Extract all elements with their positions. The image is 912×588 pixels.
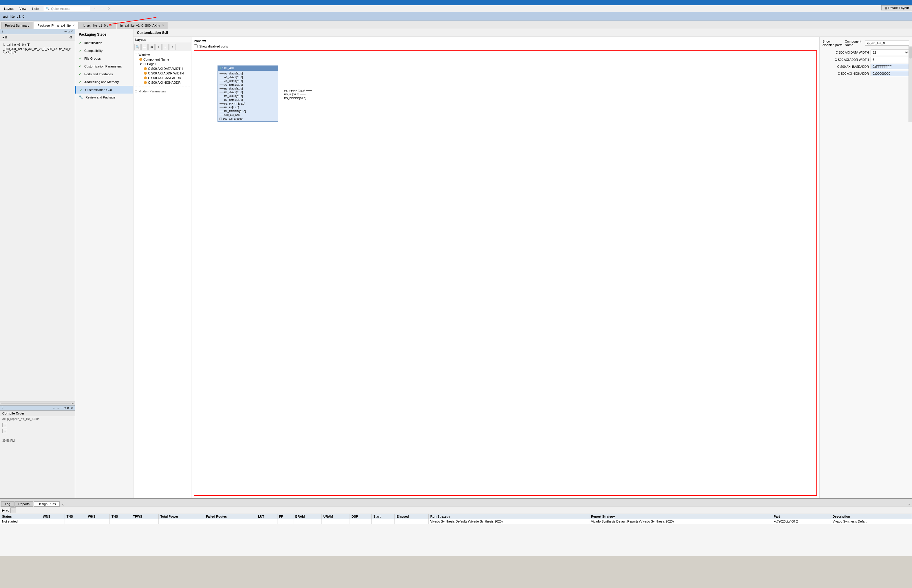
menu-help[interactable]: Help xyxy=(29,6,42,11)
tab-v1-0[interactable]: ip_axi_lite_v1_0.v ✕ xyxy=(79,22,116,29)
cell-description: Vivado Synthesis Defa... xyxy=(831,519,912,524)
left-bottom-settings[interactable]: ⚙ xyxy=(70,406,73,410)
tab-package-ip-close[interactable]: ✕ xyxy=(73,24,75,27)
file-item-1[interactable]: ip_axi_lite_v1_0.v (1) xyxy=(2,43,73,47)
toolbar-forward[interactable]: → xyxy=(99,6,105,11)
right-port-ddddd: PS_DDDDD[31:0] xyxy=(284,96,313,100)
cell-tpws xyxy=(131,519,159,524)
left-panel-close[interactable]: ✕ xyxy=(71,30,73,33)
layout-separator xyxy=(135,87,190,87)
cell-lut xyxy=(256,519,277,524)
port-s00-aresetn: s00_axi_aresetn xyxy=(220,117,276,121)
packaging-steps-panel: Packaging Steps ✓ Identification ✓ Compa… xyxy=(75,29,133,498)
settings-icon[interactable]: ⚙ xyxy=(69,36,73,39)
tab-project-summary[interactable]: Project Summary xyxy=(1,22,33,29)
step-check-identification: ✓ xyxy=(79,40,82,45)
prop-baseaddr-input[interactable] xyxy=(871,64,912,69)
step-cust-params[interactable]: ✓ Customization Parameters xyxy=(75,62,133,70)
col-part: Part xyxy=(772,514,831,519)
step-addressing-memory[interactable]: ✓ Addressing and Memory xyxy=(75,78,133,86)
toolbar-close[interactable]: ✕ xyxy=(106,6,112,11)
layout-btn-add[interactable]: + xyxy=(155,44,161,50)
cell-whs xyxy=(86,519,110,524)
prop-highaddr-input[interactable] xyxy=(871,71,912,76)
layout-btn-list[interactable]: ☰ xyxy=(141,44,148,50)
show-disabled-ports-checkbox[interactable] xyxy=(194,44,197,48)
cell-tns xyxy=(65,519,86,524)
bottom-panel: Log Reports Design Runs ✕ ? ▶ % + Status… xyxy=(0,498,912,556)
table-row: Not started Vivado Synthesis Default xyxy=(0,519,912,524)
right-port-label-ppppp: PS_PPPPP[31:0] xyxy=(284,89,305,92)
cell-dsp xyxy=(350,519,371,524)
tree-data-width[interactable]: C S00 AXI DATA WIDTH xyxy=(143,66,191,71)
left-bottom-forward[interactable]: → xyxy=(57,406,60,410)
left-panel-help[interactable]: ? xyxy=(2,30,3,33)
cell-part: xc7z020cig400-2 xyxy=(772,519,831,524)
port-label-6: B1_data1[31:0] xyxy=(224,90,243,94)
expand-item-2[interactable]: ··· xyxy=(2,429,73,433)
left-bottom-maximize[interactable]: □ xyxy=(64,406,66,410)
step-label-addressing: Addressing and Memory xyxy=(84,80,119,84)
default-layout-button[interactable]: ▦ Default Layout xyxy=(881,5,912,10)
bottom-tab-log[interactable]: Log xyxy=(1,501,14,507)
col-status: Status xyxy=(0,514,41,519)
bottom-add-btn[interactable]: + xyxy=(10,507,16,513)
quick-access-input[interactable]: 🔍 Quick Access xyxy=(44,6,90,11)
layout-btn-search[interactable]: 🔍 xyxy=(134,44,141,50)
layout-tree: ☐ Window Component Name ▼ ☐ xyxy=(134,51,191,498)
prop-data-width-select[interactable]: 32 xyxy=(871,50,909,55)
tab-s00-axi[interactable]: ip_axi_lite_v1_0_S00_AXI.v ✕ xyxy=(117,22,168,29)
preview-title: Preview xyxy=(194,39,817,43)
tab-package-ip[interactable]: Package IP - ip_axi_lite ✕ xyxy=(34,22,79,29)
step-cust-gui[interactable]: ✓ Customization GUI xyxy=(75,86,133,94)
port-square-icon xyxy=(220,118,222,120)
port-label-3: A3_data0[31:0] xyxy=(224,79,243,82)
left-bottom-close[interactable]: ✕ xyxy=(67,406,69,410)
bottom-tab-design-runs[interactable]: Design Runs xyxy=(34,501,60,507)
port-pl-iiii: PL_IIII[31:0] xyxy=(220,105,276,109)
right-ports: PS_PPPPP[31:0] PS_IIII[31:0] PS_DDDDD[31… xyxy=(284,89,313,100)
step-review-package[interactable]: 🔧 Review and Package xyxy=(75,94,133,101)
left-panel-maximize[interactable]: □ xyxy=(68,30,69,33)
bottom-help-icon[interactable]: ? xyxy=(908,503,911,507)
bottom-percent-btn[interactable]: % xyxy=(6,508,9,512)
bottom-tab-reports[interactable]: Reports xyxy=(15,501,33,507)
hidden-params[interactable]: ☐ Hidden Parameters xyxy=(134,89,191,94)
left-panel-minimize[interactable]: ─ xyxy=(65,30,66,33)
design-runs-table: Status WNS TNS WHS THS TPWS Total Power … xyxy=(0,514,912,524)
layout-btn-remove[interactable]: − xyxy=(162,44,169,50)
expand-item-1[interactable]: ··· xyxy=(2,423,73,427)
bottom-play-btn[interactable]: ▶ xyxy=(2,508,5,512)
layout-btn-add-group[interactable]: ⊕ xyxy=(148,44,155,50)
tab-v1-0-close[interactable]: ✕ xyxy=(110,24,112,27)
bottom-tab-close[interactable]: ✕ xyxy=(61,503,64,507)
cell-start xyxy=(371,519,394,524)
left-bottom-minimize[interactable]: ─ xyxy=(61,406,63,410)
step-check-addressing: ✓ xyxy=(79,80,82,84)
menu-view[interactable]: View xyxy=(16,6,29,11)
layout-btn-up[interactable]: ↑ xyxy=(169,44,176,50)
step-ports-interfaces[interactable]: ✓ Ports and Interfaces xyxy=(75,70,133,78)
left-bottom-back[interactable]: ← xyxy=(53,406,56,410)
prop-baseaddr-label: C S00 AXI BASEADDR xyxy=(823,65,869,68)
tree-component-name[interactable]: Component Name xyxy=(138,57,191,62)
left-bottom-help[interactable]: ? xyxy=(2,406,3,410)
tree-page0[interactable]: ▼ ☐ Page 0 xyxy=(138,62,191,66)
tree-window[interactable]: ☐ Window xyxy=(134,52,191,57)
toolbar-back[interactable]: ← xyxy=(92,6,98,11)
step-compatibility[interactable]: ✓ Compatibility xyxy=(75,47,133,55)
step-label-file-groups: File Groups xyxy=(84,57,101,60)
tab-s00-axi-close[interactable]: ✕ xyxy=(162,24,164,27)
step-file-groups[interactable]: ✓ File Groups xyxy=(75,55,133,62)
file-item-2[interactable]: _S00_AXI_inst : ip_axi_lite_v1_0_S00_AXI… xyxy=(2,47,73,55)
prop-addr-width-input[interactable] xyxy=(871,57,912,62)
left-sidebar: ? ─ □ ✕ ● 0 ⚙ ip_axi_lite_v1_0.v (1) _S0… xyxy=(0,29,75,498)
tree-addr-width[interactable]: C S00 AXI ADDR WIDTH xyxy=(143,71,191,76)
menu-layout[interactable]: Layout xyxy=(1,6,16,11)
tree-baseaddr[interactable]: C S00 AXI BASEADDR xyxy=(143,76,191,80)
step-identification[interactable]: ✓ Identification xyxy=(75,39,133,47)
component-name-input[interactable] xyxy=(865,40,909,46)
port-label-11: PL_DDDDD[31:0] xyxy=(224,110,246,113)
tree-highaddr[interactable]: C S00 AXI HIGHADDR xyxy=(143,80,191,85)
port-b3-data1: B3_data1[31:0] xyxy=(220,98,276,102)
